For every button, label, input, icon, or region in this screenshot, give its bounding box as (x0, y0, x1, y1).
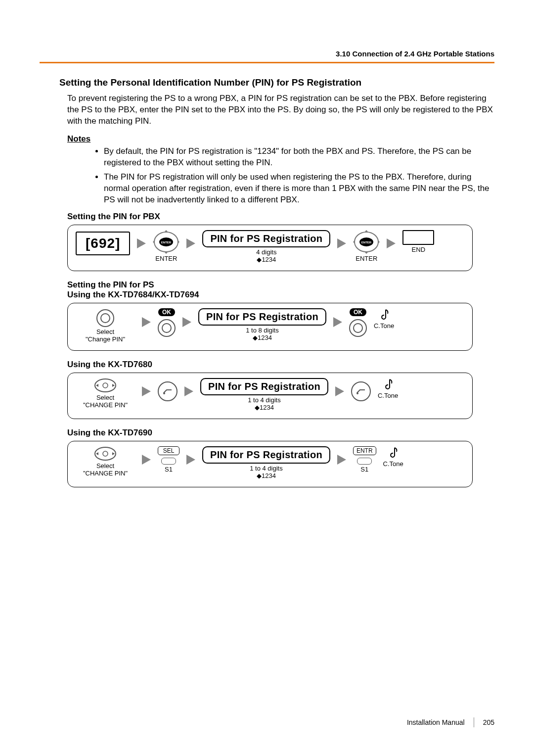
pin-digits-label: 1 to 4 digits (200, 396, 328, 404)
nav-pad-icon (94, 446, 117, 461)
pin-default-label: ◆1234 (200, 404, 328, 411)
svg-marker-31 (96, 452, 98, 455)
diagram-ps-td7684: Select "Change PIN" OK PIN for PS Regist… (67, 303, 473, 351)
svg-marker-23 (112, 384, 115, 387)
svg-point-26 (163, 392, 165, 394)
program-code: [692] (76, 232, 130, 255)
svg-text:ENTER: ENTER (161, 241, 172, 244)
notes-heading: Notes (67, 134, 494, 144)
pin-input-group: PIN for PS Registration 4 digits ◆1234 (202, 230, 330, 263)
select-option-label: "CHANGE PIN" (83, 401, 128, 409)
svg-marker-7 (178, 240, 179, 243)
pin-box: PIN for PS Registration (202, 230, 330, 247)
enter-label: ENTER (155, 255, 177, 262)
intro-paragraph: To prevent registering the PS to a wrong… (67, 93, 494, 127)
jog-dial-icon (349, 319, 367, 337)
pin-default-label: ◆1234 (202, 256, 330, 263)
svg-marker-19 (182, 317, 191, 327)
ok-jog-group: OK (158, 308, 176, 337)
round-button-group (158, 381, 178, 401)
enter-button-group: ENTER ENTER (353, 230, 380, 262)
s1-label: S1 (165, 466, 173, 473)
svg-text:ENTER: ENTER (361, 241, 372, 244)
arrow-icon (142, 386, 151, 396)
music-note-icon (383, 378, 394, 391)
select-option-label: "Change PIN" (86, 335, 125, 343)
svg-marker-5 (165, 252, 168, 254)
ok-button-icon: OK (350, 308, 366, 316)
end-label: END (412, 246, 425, 253)
pin-box: PIN for PS Registration (202, 446, 330, 464)
soft-key-shape-icon (357, 458, 372, 465)
pin-box: PIN for PS Registration (200, 378, 328, 395)
arrow-icon (333, 317, 342, 327)
svg-point-24 (103, 383, 108, 388)
svg-marker-25 (142, 386, 151, 396)
pin-box: PIN for PS Registration (198, 308, 326, 326)
svg-marker-9 (337, 238, 346, 248)
select-label: Select (96, 394, 114, 401)
pin-digits-label: 1 to 4 digits (202, 465, 330, 472)
arrow-icon (186, 455, 195, 465)
td7680-heading: Using the KX-TD7680 (67, 360, 494, 370)
pin-default-label: ◆1234 (198, 334, 326, 341)
select-option-label: "CHANGE PIN" (83, 470, 128, 477)
td7690-heading: Using the KX-TD7690 (67, 428, 494, 438)
soft-key-shape-icon (161, 458, 176, 465)
arrow-icon (337, 238, 346, 248)
arrow-icon (142, 317, 151, 327)
pbx-heading: Setting the PIN for PBX (67, 212, 494, 222)
ctone-label: C.Tone (378, 392, 398, 399)
pin-input-group: PIN for PS Registration 1 to 4 digits ◆1… (200, 378, 328, 411)
enter-button-group: ENTER ENTER (153, 230, 179, 262)
note-item: By default, the PIN for PS registration … (104, 146, 494, 169)
svg-marker-16 (378, 240, 380, 243)
arrow-icon (142, 455, 151, 465)
sel-key-icon: SEL (158, 446, 179, 455)
page-title: Setting the Personal Identification Numb… (59, 77, 494, 88)
ok-jog-group: OK (349, 308, 367, 337)
pin-digits-label: 4 digits (202, 248, 330, 256)
enter-button-icon: ENTER (353, 230, 380, 254)
diagram-td7680: Select "CHANGE PIN" PIN for PS Registrat… (67, 373, 473, 419)
svg-point-33 (103, 451, 108, 456)
ctone-label: C.Tone (383, 460, 403, 468)
svg-marker-27 (184, 386, 193, 396)
footer-divider (474, 717, 474, 727)
pin-input-group: PIN for PS Registration 1 to 8 digits ◆1… (198, 308, 326, 341)
svg-marker-4 (165, 230, 168, 232)
svg-marker-18 (142, 317, 151, 327)
nav-pad-icon (94, 378, 117, 393)
music-note-icon (379, 308, 390, 321)
svg-marker-32 (112, 452, 115, 455)
music-note-icon (388, 446, 399, 459)
ps-heading: Setting the PIN for PS Using the KX-TD76… (67, 280, 494, 300)
round-button-icon (351, 381, 371, 401)
arrow-icon (387, 238, 396, 248)
ctone-group: C.Tone (383, 446, 403, 468)
svg-marker-35 (186, 455, 195, 465)
arrow-icon (335, 386, 344, 396)
jog-dial-icon (158, 319, 176, 337)
page-number: 205 (483, 718, 494, 726)
svg-marker-13 (365, 230, 368, 232)
round-button-group (351, 381, 371, 401)
enter-label: ENTER (356, 255, 377, 262)
page-footer: Installation Manual 205 (407, 717, 494, 727)
pin-digits-label: 1 to 8 digits (198, 327, 326, 334)
arrow-icon (186, 238, 195, 248)
ctone-label: C.Tone (374, 322, 394, 330)
header-divider (40, 62, 494, 63)
diagram-pbx: [692] ENTER ENTER PIN f (67, 225, 473, 271)
svg-marker-17 (387, 238, 396, 248)
svg-marker-8 (186, 238, 195, 248)
arrow-icon (182, 317, 191, 327)
svg-marker-36 (337, 455, 346, 465)
ctone-group: C.Tone (378, 378, 398, 399)
arrow-icon (184, 386, 193, 396)
end-group: END (402, 230, 434, 253)
s1-label: S1 (360, 466, 368, 473)
arrow-icon (337, 455, 346, 465)
select-group: Select "CHANGE PIN" (76, 378, 135, 409)
svg-marker-6 (153, 240, 154, 243)
